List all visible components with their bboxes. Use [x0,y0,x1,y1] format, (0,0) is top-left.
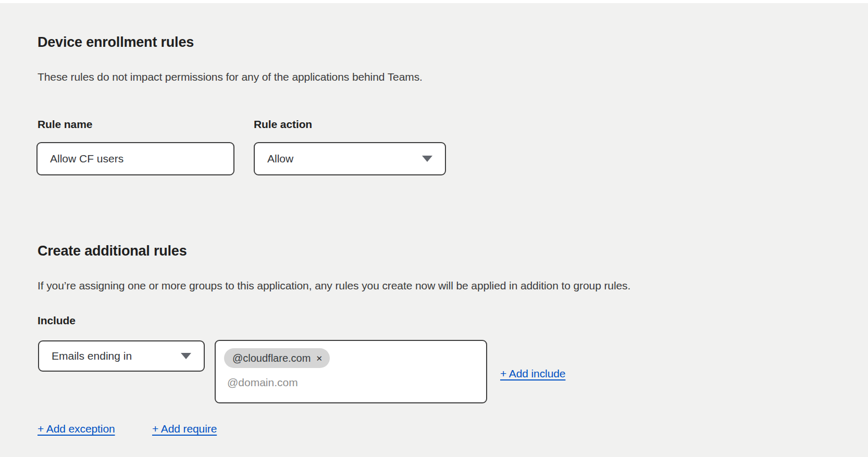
create-additional-rules-title: Create additional rules [38,243,187,259]
remove-tag-icon[interactable]: ✕ [316,354,323,362]
top-divider [0,0,868,3]
email-domain-tag-label: @cloudflare.com [232,352,311,364]
include-selector-selected-value: Emails ending in [52,350,132,362]
device-enrollment-page: Device enrollment rules These rules do n… [0,0,868,457]
rule-name-input[interactable] [36,142,234,175]
chevron-down-icon [422,156,432,162]
add-include-link[interactable]: + Add include [500,367,565,380]
chevron-down-icon [181,353,191,359]
rule-action-select[interactable]: Allow [254,142,446,175]
create-additional-rules-description: If you’re assigning one or more groups t… [38,280,630,292]
add-exception-link[interactable]: + Add exception [38,423,115,435]
include-value-tags-box[interactable]: @cloudflare.com ✕ [215,340,487,403]
device-enrollment-rules-title: Device enrollment rules [38,34,194,50]
rule-action-label: Rule action [254,118,312,131]
rule-name-label: Rule name [38,118,92,131]
add-require-link[interactable]: + Add require [152,423,217,435]
device-enrollment-rules-description: These rules do not impact permissions fo… [38,71,423,83]
rule-action-selected-value: Allow [267,153,293,165]
include-selector-select[interactable]: Emails ending in [38,340,205,372]
email-domain-input[interactable] [227,376,456,389]
include-label: Include [38,314,76,327]
email-domain-tag: @cloudflare.com ✕ [224,348,330,368]
